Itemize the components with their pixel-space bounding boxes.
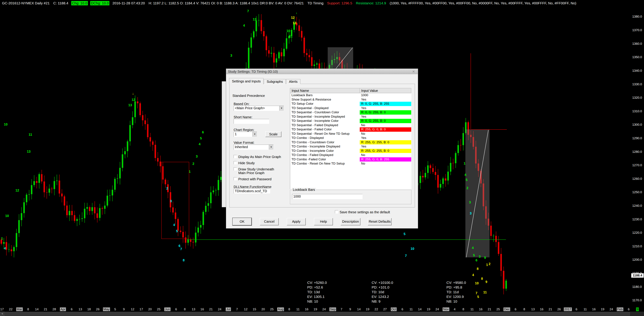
- input-value-cell[interactable]: R: 0, G: 255, B: 0: [360, 119, 411, 123]
- candle-body: [89, 207, 90, 211]
- help-button[interactable]: Help: [314, 218, 333, 225]
- study-settings-dialog: Study Settings: TD Timing (ID:10) ✕ Sett…: [226, 68, 418, 229]
- top-bar: GC-201612-NYMEX Daily #21C: 1188.4Chg: 1…: [0, 0, 644, 6]
- table-row[interactable]: TD Combo - Failed DisplayedNo: [290, 153, 411, 157]
- table-row[interactable]: Show Support & ResistanceYes: [290, 97, 411, 102]
- scale-button[interactable]: Scale: [265, 131, 282, 137]
- input-value-cell[interactable]: R: 255, G: 0, B: 255: [360, 157, 411, 162]
- input-value-cell[interactable]: Yes: [360, 106, 411, 110]
- tab-alerts[interactable]: Alerts: [286, 79, 300, 84]
- input-value-cell[interactable]: R: 255, G: 0, B: 0: [360, 127, 411, 132]
- date-axis[interactable]: 1722Mar8142128Apr6131826May5912172025Jun…: [0, 307, 644, 312]
- horizontal-scrollbar[interactable]: <: [0, 312, 644, 316]
- candle-body: [283, 49, 285, 56]
- date-axis-month-label: Apr: [60, 308, 66, 311]
- apply-button[interactable]: Apply: [287, 218, 306, 225]
- date-axis-label: 19: [426, 308, 431, 311]
- table-row[interactable]: TD Combo - Countdown ColorR: 255, G: 255…: [290, 140, 411, 145]
- checkbox-box: [234, 167, 237, 171]
- tab-settings-and-inputs[interactable]: Settings and Inputs: [229, 78, 264, 84]
- date-axis-label: 9: [636, 308, 639, 311]
- candle-body: [195, 233, 196, 243]
- candle-body: [152, 141, 154, 145]
- candle-body: [175, 212, 176, 219]
- save-default-checkbox[interactable]: Save these settings as the default: [335, 210, 390, 214]
- table-row[interactable]: TD Combo - DisplayedYes: [290, 136, 411, 140]
- price-scale-label: 1350.0: [632, 55, 642, 59]
- input-value-cell[interactable]: No: [360, 153, 411, 157]
- table-row[interactable]: TD Combo - Reset On New TD SetupNo: [290, 162, 411, 166]
- candle-body: [94, 207, 96, 214]
- table-row[interactable]: TD Combo - Incomplete DisplayedYes: [290, 144, 411, 149]
- table-row[interactable]: TD Combo -Failed ColorR: 255, G: 0, B: 2…: [290, 157, 411, 162]
- date-axis-label: 28: [52, 308, 56, 311]
- column-input-name[interactable]: Input Name: [290, 88, 360, 93]
- input-value-cell[interactable]: Yes: [360, 97, 411, 102]
- input-value-cell[interactable]: No: [360, 123, 411, 127]
- table-row[interactable]: TD Sequential - Incomplete DisplayedYes: [290, 115, 411, 119]
- short-name-input[interactable]: [234, 119, 269, 124]
- candle-body: [311, 57, 312, 66]
- input-value-cell[interactable]: No: [360, 162, 411, 166]
- close-icon[interactable]: ✕: [411, 69, 416, 73]
- price-scale-label: 1380.0: [632, 15, 642, 18]
- reset-defaults-button[interactable]: Reset Defaults: [368, 218, 392, 225]
- date-axis-month-label: May: [103, 308, 110, 311]
- input-value-cell[interactable]: R: 255, G: 255, B: 0: [360, 149, 411, 153]
- scroll-thumb[interactable]: [5, 312, 630, 316]
- table-row[interactable]: TD Combo - Incomplete ColorR: 255, G: 25…: [290, 149, 411, 153]
- tab-subgraphs[interactable]: Subgraphs: [264, 79, 286, 84]
- candle-body: [8, 250, 10, 250]
- input-value-cell[interactable]: 1000: [360, 93, 411, 97]
- table-row[interactable]: Lookback Bars1000: [290, 93, 411, 97]
- description-button[interactable]: Description: [340, 218, 360, 225]
- chevron-down-icon[interactable]: ▼: [279, 106, 284, 111]
- lookback-group: Lookback Bars 1000: [290, 190, 412, 204]
- date-axis-month-label: Nov: [442, 308, 449, 311]
- table-row[interactable]: TD Sequential - Failed ColorR: 255, G: 0…: [290, 127, 411, 132]
- table-row[interactable]: TD Sequential - Incomplete ColorR: 0, G:…: [290, 119, 411, 123]
- price-scale-label: 1370.0: [632, 28, 642, 32]
- cancel-button[interactable]: Cancel: [260, 218, 279, 225]
- candle-body: [202, 212, 204, 225]
- price-scale-label: 1310.0: [632, 109, 642, 113]
- input-value-cell[interactable]: No: [360, 132, 411, 136]
- table-row[interactable]: TD Sequential - Reset On New TD SetupNo: [290, 132, 411, 136]
- table-row[interactable]: TD Sequential - Countdown ColorR: 0, G: …: [290, 110, 411, 115]
- checkbox-display-as-main-price-graph[interactable]: Display As Main Price Graph: [234, 155, 281, 159]
- table-row[interactable]: TD Setup ColorR: 0, G: 255, B: 255: [290, 102, 411, 106]
- dll-function-input[interactable]: TDIndicators.scsf_TD: [234, 189, 270, 194]
- input-value-cell[interactable]: R: 255, G: 255, B: 0: [360, 140, 411, 145]
- chevron-down-icon[interactable]: ▼: [269, 145, 273, 150]
- input-name-cell: TD Combo -Failed Color: [290, 157, 360, 162]
- candle-body: [192, 242, 194, 243]
- ok-button[interactable]: OK: [232, 218, 252, 225]
- candle-body: [498, 242, 499, 254]
- date-axis-label: 26: [557, 308, 561, 311]
- candle-body: [124, 151, 126, 154]
- dialog-title-bar[interactable]: Study Settings: TD Timing (ID:10) ✕: [226, 69, 418, 74]
- column-input-value[interactable]: Input Value: [360, 88, 411, 93]
- input-value-cell[interactable]: Yes: [360, 115, 411, 119]
- checkbox-protect-with-password[interactable]: Protect with Password: [234, 177, 272, 181]
- table-row[interactable]: TD Sequential - DisplayedYes: [290, 106, 411, 110]
- date-axis-label: 6: [70, 308, 73, 311]
- scroll-left-button[interactable]: <: [0, 312, 5, 316]
- candle-body: [76, 219, 78, 221]
- checkbox-draw-study-underneath-main-price-graph[interactable]: Draw Study Underneath Main Price Graph: [234, 167, 280, 175]
- candle-body: [445, 178, 446, 181]
- input-value-cell[interactable]: Yes: [360, 144, 411, 149]
- input-value-cell[interactable]: Yes: [360, 136, 411, 140]
- candle-body: [447, 172, 449, 180]
- based-on-select[interactable]: <Main Price Graph> ▼: [234, 106, 284, 111]
- table-row[interactable]: TD Sequential - Failed DisplayedNo: [290, 123, 411, 127]
- chart-region-select[interactable]: 1 ▼: [234, 132, 257, 137]
- checkbox-hide-study[interactable]: Hide Study: [234, 161, 255, 165]
- input-value-cell[interactable]: R: 0, G: 255, B: 255: [360, 102, 411, 106]
- lookback-bars-input[interactable]: 1000: [292, 194, 362, 199]
- price-scale[interactable]: 1380.01370.01360.01350.01340.01330.01320…: [631, 6, 644, 307]
- input-value-cell[interactable]: R: 0, G: 255, B: 0: [360, 110, 411, 115]
- date-axis-label: 13: [191, 308, 196, 311]
- chevron-down-icon[interactable]: ▼: [252, 132, 257, 137]
- value-format-select[interactable]: Inherited ▼: [234, 145, 274, 150]
